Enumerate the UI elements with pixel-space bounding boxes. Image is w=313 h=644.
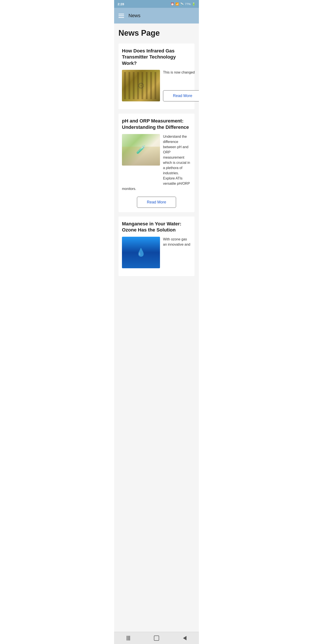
page-title: News Page [118, 29, 195, 38]
read-more-button-2[interactable]: Read More [137, 197, 176, 208]
article-2-read-more-container: Read More [122, 194, 191, 208]
article-body-2: Understand the difference between pH and… [122, 134, 191, 186]
menu-button[interactable] [118, 14, 124, 18]
article-body-3: With ozone gas an innovative and [122, 237, 191, 268]
news-card-1: How Does Infrared Gas Transmitter Techno… [118, 44, 195, 110]
article-excerpt-1: This is now changed [163, 70, 199, 88]
recent-icon [127, 636, 130, 640]
home-button[interactable] [150, 634, 163, 642]
news-card-3: Manganese in Your Water: Ozone Has the S… [118, 216, 195, 276]
article-image-2 [122, 134, 160, 166]
water-image [122, 237, 160, 268]
article-title-1: How Does Infrared Gas Transmitter Techno… [122, 48, 191, 66]
article-excerpt-2-full: monitors. [122, 187, 136, 190]
bottom-nav [114, 632, 199, 644]
back-icon [183, 636, 187, 640]
industrial-image [122, 70, 160, 102]
article-body-1: This is now changed Read More [122, 70, 191, 102]
status-time: 2:28 [118, 2, 124, 6]
nav-title: News [128, 13, 140, 18]
recent-button[interactable] [122, 634, 135, 642]
back-button[interactable] [178, 634, 191, 642]
article-title-2: pH and ORP Measurement: Understanding th… [122, 118, 191, 130]
battery-icon: 🔋 [192, 2, 195, 6]
article-image-3 [122, 237, 160, 268]
nav-header: News [114, 8, 199, 24]
article-image-1 [122, 70, 160, 102]
alarm-icon: ⏰ [171, 2, 174, 6]
news-card-2: pH and ORP Measurement: Understanding th… [118, 114, 195, 212]
signal-icon: 📡 [180, 2, 184, 6]
main-content: News Page How Does Infrared Gas Transmit… [114, 24, 199, 632]
ph-image [122, 134, 160, 166]
status-icons: ⏰ 📶 📡 77% 🔋 [171, 2, 195, 6]
home-icon [154, 636, 159, 641]
battery-label: 77% [185, 2, 191, 6]
article-excerpt-3: With ozone gas an innovative and [163, 237, 191, 268]
article-excerpt-2-inline: Understand the difference between pH and… [163, 134, 191, 186]
status-bar: 2:28 ⏰ 📶 📡 77% 🔋 [114, 0, 199, 8]
article-title-3: Manganese in Your Water: Ozone Has the S… [122, 221, 191, 233]
article-1-read-more-container: Read More [163, 88, 199, 102]
wifi-icon: 📶 [175, 2, 179, 6]
read-more-button-1[interactable]: Read More [163, 90, 199, 102]
